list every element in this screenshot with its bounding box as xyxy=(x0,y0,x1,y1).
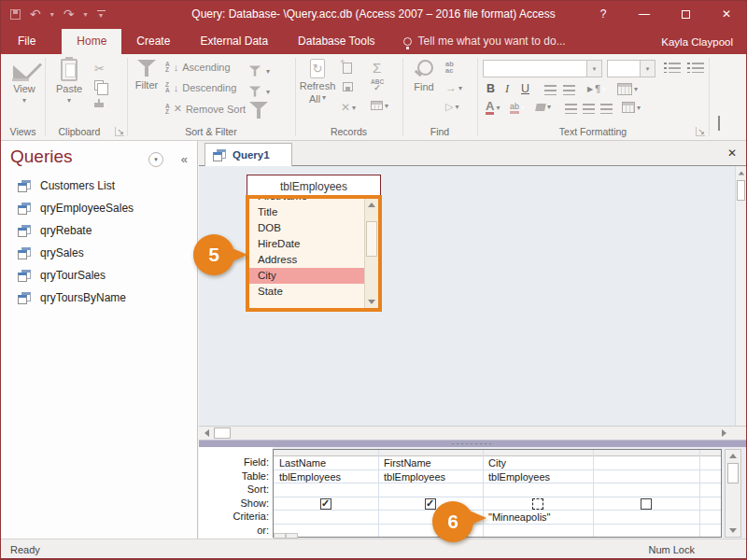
criteria-cell[interactable] xyxy=(593,511,699,525)
field-list-scrollbar[interactable] xyxy=(364,199,378,308)
maximize-button[interactable] xyxy=(669,1,701,27)
align-center-button[interactable] xyxy=(583,104,595,114)
field-cell[interactable]: LastName xyxy=(274,456,378,470)
nav-item-qryemployeesales[interactable]: qryEmployeeSales xyxy=(1,197,197,219)
field-item-hiredate[interactable]: HireDate xyxy=(249,236,364,252)
remove-sort-button[interactable]: AZ ✕ Remove Sort xyxy=(165,103,246,115)
grid-vscrollbar[interactable] xyxy=(725,449,741,538)
paste-button[interactable]: Paste ▾ xyxy=(51,59,87,105)
text-formatting-dialog-launcher[interactable]: ↘ xyxy=(696,127,705,136)
table-cell[interactable]: tblEmployees xyxy=(483,470,593,484)
nav-collapse-button[interactable]: « xyxy=(181,152,188,166)
align-right-button[interactable] xyxy=(600,104,613,114)
highlight-button[interactable]: ab▾ xyxy=(510,102,525,114)
numbering-button[interactable] xyxy=(687,63,704,73)
refresh-all-button[interactable]: ↻ Refresh All▾ xyxy=(298,59,337,105)
field-item-title[interactable]: Title xyxy=(249,204,364,220)
descending-button[interactable]: ZA ↓ Descending xyxy=(165,82,236,93)
account-name[interactable]: Kayla Claypool xyxy=(648,31,746,54)
nav-item-qrytoursales[interactable]: qryTourSales xyxy=(1,264,197,287)
or-cell[interactable] xyxy=(593,525,699,539)
scrollbar-thumb[interactable] xyxy=(727,463,739,483)
table-cell[interactable]: tblEmployees xyxy=(274,470,378,484)
scroll-up-icon[interactable] xyxy=(726,450,740,462)
show-checkbox-1[interactable] xyxy=(320,498,331,510)
fill-color-button[interactable]: ▾ xyxy=(536,103,551,111)
field-cell[interactable] xyxy=(593,456,699,470)
sort-cell[interactable] xyxy=(483,483,593,497)
totals-button[interactable]: Σ xyxy=(373,60,381,76)
spelling-button[interactable]: ABC✓ xyxy=(371,79,384,91)
grid-column-header-strip[interactable] xyxy=(274,450,721,456)
ascending-button[interactable]: AZ ↓ Ascending xyxy=(165,62,231,73)
save-record-button[interactable] xyxy=(343,82,353,91)
sort-cell[interactable] xyxy=(274,483,378,497)
tab-create[interactable]: Create xyxy=(121,29,185,54)
gridlines-button[interactable]: ▾ xyxy=(617,83,638,95)
sort-cell[interactable] xyxy=(378,483,483,497)
replace-button[interactable]: abac xyxy=(445,61,454,74)
nav-dropdown-button[interactable]: ▾ xyxy=(148,152,163,167)
design-pane-hscrollbar[interactable] xyxy=(199,426,746,440)
tab-query1[interactable]: Query1 xyxy=(204,143,292,166)
cut-button[interactable]: ✂ xyxy=(94,62,105,76)
minimize-button[interactable]: — xyxy=(628,1,660,27)
format-painter-button[interactable] xyxy=(94,99,104,107)
select-button[interactable]: ▷▾ xyxy=(445,101,458,113)
bullets-button[interactable] xyxy=(664,63,681,73)
scrollbar-thumb[interactable] xyxy=(214,427,231,439)
show-checkbox-4[interactable] xyxy=(641,498,652,510)
new-record-button[interactable] xyxy=(343,63,352,74)
table-cell[interactable] xyxy=(593,470,699,484)
cell-effects-button[interactable]: ▾ xyxy=(622,102,641,113)
nav-item-customers-list[interactable]: Customers List xyxy=(1,175,197,197)
scrollbar-thumb[interactable] xyxy=(366,221,377,257)
nav-item-qryrebate[interactable]: qryRebate xyxy=(1,219,197,242)
close-object-icon[interactable]: ✕ xyxy=(727,147,737,160)
filter-button[interactable]: Filter xyxy=(131,59,162,91)
sort-cell[interactable] xyxy=(593,483,699,497)
field-item-city-selected[interactable]: City xyxy=(249,268,364,284)
tab-file[interactable]: File xyxy=(1,29,50,54)
nav-item-qrytoursbyname[interactable]: qryToursByName xyxy=(1,287,197,309)
view-button[interactable]: View ▾ xyxy=(7,59,42,105)
scroll-left-icon[interactable] xyxy=(199,427,214,440)
design-pane-vscrollbar[interactable] xyxy=(735,166,746,426)
scroll-down-icon[interactable] xyxy=(726,525,740,537)
or-cell[interactable] xyxy=(483,525,593,539)
selection-button[interactable]: ▾ xyxy=(246,62,270,80)
help-button[interactable]: ? xyxy=(587,1,619,27)
table-cell[interactable]: tblEmployees xyxy=(378,470,483,484)
field-item-address[interactable]: Address xyxy=(249,252,364,268)
field-cell[interactable]: FirstName xyxy=(378,456,483,470)
pane-splitter[interactable]: ········· xyxy=(199,440,746,447)
scroll-up-icon[interactable] xyxy=(736,166,746,179)
tab-external-data[interactable]: External Data xyxy=(185,29,283,54)
bold-button[interactable]: B xyxy=(486,82,495,95)
copy-button[interactable] xyxy=(94,80,104,91)
find-button[interactable]: Find xyxy=(408,59,440,92)
field-item-dob[interactable]: DOB xyxy=(249,220,364,236)
decrease-indent-button[interactable] xyxy=(563,85,575,95)
scroll-right-icon[interactable] xyxy=(716,427,731,440)
criteria-cell[interactable] xyxy=(274,511,378,525)
more-records-button[interactable]: ▾ xyxy=(371,101,388,110)
font-name-combo[interactable]: ▾ xyxy=(483,60,602,77)
align-left-button[interactable] xyxy=(565,104,577,114)
criteria-cell-minneapolis[interactable]: "Minneapolis" xyxy=(483,511,593,525)
tell-me-box[interactable]: Tell me what you want to do... xyxy=(390,29,579,54)
field-cell[interactable]: City xyxy=(483,456,593,470)
field-item-state[interactable]: State xyxy=(249,284,364,300)
font-color-button[interactable]: A▾ xyxy=(486,100,500,115)
toggle-filter-button[interactable] xyxy=(249,101,268,119)
delete-record-button[interactable]: ✕▾ xyxy=(341,101,356,114)
increase-indent-button[interactable] xyxy=(544,85,557,95)
nav-item-qrysales[interactable]: qrySales xyxy=(1,242,197,264)
show-checkbox-3[interactable] xyxy=(532,498,543,510)
underline-button[interactable]: U xyxy=(521,82,529,95)
clipboard-dialog-launcher[interactable]: ↘ xyxy=(115,127,124,136)
tab-home[interactable]: Home xyxy=(62,29,121,54)
font-size-combo[interactable]: ▾ xyxy=(607,60,655,77)
close-button[interactable]: ✕ xyxy=(711,1,742,27)
italic-button[interactable]: I xyxy=(505,82,509,96)
